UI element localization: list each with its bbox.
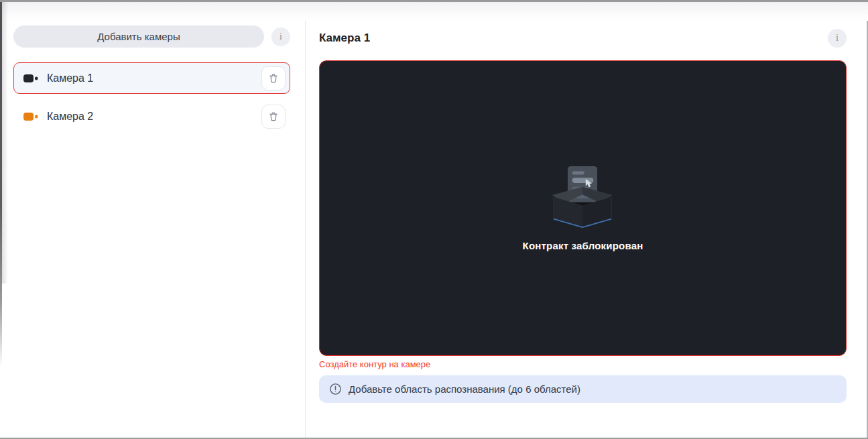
add-cameras-button[interactable]: Добавить камеры: [13, 25, 264, 48]
delete-camera-2-button[interactable]: [261, 105, 286, 129]
camera-info-button[interactable]: i: [828, 29, 847, 48]
alert-circle-icon: [329, 383, 342, 395]
camera-settings-page: Добавить камеры i Камера 1: [0, 0, 868, 439]
window-left-edge: [0, 2, 2, 367]
video-camera-icon: [23, 111, 38, 122]
camera-detail-header: Камера 1 i: [319, 29, 847, 48]
sidebar-info-button[interactable]: i: [271, 27, 290, 46]
camera-list-item-2[interactable]: Камера 2: [13, 101, 290, 132]
camera-detail-panel: Камера 1 i: [306, 0, 868, 439]
camera-item-label: Камера 1: [47, 72, 93, 84]
sidebar-header: Добавить камеры i: [13, 25, 290, 48]
camera-list: Камера 1: [13, 62, 290, 132]
window-top-edge: [0, 0, 868, 2]
recognition-area-banner: Добавьте область распознавания (до 6 обл…: [319, 375, 847, 403]
camera-title: Камера 1: [319, 32, 370, 45]
camera-sidebar: Добавить камеры i Камера 1: [0, 0, 306, 439]
trash-icon: [267, 72, 280, 84]
camera-list-item-1[interactable]: Камера 1: [13, 62, 290, 94]
contour-validation-error: Создайте контур на камере: [319, 359, 847, 371]
banner-text: Добавьте область распознавания (до 6 обл…: [349, 383, 580, 395]
video-camera-icon: [23, 73, 38, 84]
empty-open-box-icon: [547, 165, 618, 229]
trash-icon: [267, 111, 280, 123]
delete-camera-1-button[interactable]: [261, 66, 286, 90]
camera-preview[interactable]: Контракт заблокирован: [319, 60, 847, 356]
preview-empty-state: Контракт заблокирован: [523, 165, 643, 251]
camera-item-label: Камера 2: [47, 111, 93, 123]
preview-status-text: Контракт заблокирован: [523, 240, 643, 251]
